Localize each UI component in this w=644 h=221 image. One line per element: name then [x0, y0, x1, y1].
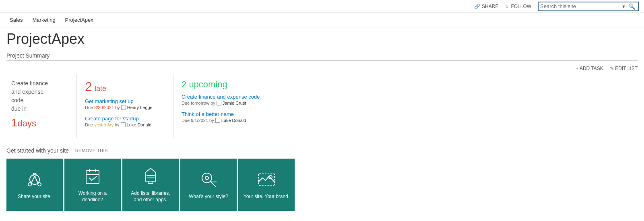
summary-toolbar: + ADD TASK ✎ EDIT LIST	[6, 66, 638, 71]
late-task-1-meta: Due 8/20/2021 by Henry Legge	[85, 105, 165, 110]
project-summary-section: Project Summary + ADD TASK ✎ EDIT LIST C…	[6, 52, 638, 138]
checkbox-icon-3	[217, 101, 221, 105]
late-count: 2	[85, 79, 92, 94]
upcoming-count: 2	[182, 79, 186, 89]
nav-item-projectapex[interactable]: ProjectApex	[60, 13, 98, 27]
search-input[interactable]	[540, 3, 621, 9]
upcoming-task-2-date: 9/1/2021	[191, 118, 208, 123]
nav-bar: Sales Marketing ProjectApex	[0, 13, 644, 27]
late-task-2-person: Luke Donald	[127, 122, 152, 127]
svg-line-5	[35, 176, 38, 183]
left-summary-panel: Create finance and expense code due in 1…	[6, 74, 77, 138]
upcoming-task-1-meta: Due tomorrow by Jamie Crust	[182, 101, 278, 105]
search-go-button[interactable]: 🔍	[627, 3, 637, 10]
late-task-2-meta: Due yesterday by Luke Donald	[85, 122, 165, 127]
days-label: days	[18, 118, 36, 128]
share-icon: 🔗	[474, 4, 480, 9]
share-button[interactable]: 🔗 SHARE	[474, 4, 498, 9]
svg-rect-6	[86, 171, 99, 184]
svg-marker-10	[146, 168, 155, 181]
late-task-1-person: Henry Legge	[127, 105, 153, 110]
late-tasks-panel: 2 late Get marketing set up Due 8/20/202…	[77, 74, 173, 138]
upcoming-task-1-person: Jamie Crust	[223, 101, 246, 105]
tile-deadline[interactable]: Working on a deadline?	[64, 159, 121, 211]
share-label: SHARE	[482, 4, 498, 9]
late-task-2: Create page for startup Due yesterday by…	[85, 116, 165, 127]
tile-share-label: Share your site.	[18, 194, 52, 200]
tile-apps[interactable]: Add lists, libraries, and other apps.	[122, 159, 179, 211]
share-icon	[25, 170, 44, 190]
late-task-1: Get marketing set up Due 8/20/2021 by He…	[85, 98, 165, 110]
tile-share[interactable]: Share your site.	[6, 159, 63, 211]
days-count-display: 1days	[11, 116, 72, 129]
search-box: ▼ 🔍	[538, 2, 639, 11]
summary-panels: Create finance and expense code due in 1…	[6, 74, 638, 138]
follow-label: FOLLOW	[511, 4, 531, 9]
upcoming-task-2-title[interactable]: Think of a better name	[182, 111, 278, 117]
svg-point-3	[38, 183, 41, 186]
main-content: Project Summary + ADD TASK ✎ EDIT LIST C…	[0, 52, 644, 211]
search-dropdown-button[interactable]: ▼	[621, 4, 627, 9]
days-number: 1	[11, 116, 18, 129]
checkbox-icon-4	[215, 118, 220, 123]
top-bar: 🔗 SHARE ☆ FOLLOW ▼ 🔍	[0, 0, 644, 13]
left-panel-text: Create finance and expense code due in	[11, 79, 72, 113]
upcoming-task-2-meta: Due 9/1/2021 by Luke Donald	[182, 118, 278, 123]
late-task-2-title[interactable]: Create page for startup	[85, 116, 165, 122]
remove-this-button[interactable]: REMOVE THIS	[75, 148, 108, 153]
get-started-section: Get started with your site REMOVE THIS S…	[6, 147, 638, 211]
upcoming-task-1: Create finance and expense code Due tomo…	[182, 94, 278, 105]
get-started-title: Get started with your site	[6, 147, 69, 154]
upcoming-tasks-panel: 2 upcoming Create finance and expense co…	[173, 74, 286, 138]
follow-button[interactable]: ☆ FOLLOW	[505, 4, 531, 9]
tile-deadline-label: Working on a deadline?	[69, 190, 116, 203]
svg-point-15	[205, 176, 208, 180]
upcoming-task-1-title[interactable]: Create finance and expense code	[182, 94, 278, 100]
follow-icon: ☆	[505, 4, 509, 9]
apps-icon	[141, 167, 160, 187]
deadline-icon	[83, 167, 102, 187]
checkbox-icon-2	[121, 122, 126, 127]
late-task-2-date: yesterday	[94, 122, 114, 127]
upcoming-task-2: Think of a better name Due 9/1/2021 by L…	[182, 111, 278, 123]
tile-style[interactable]: What's your style?	[180, 159, 237, 211]
late-label: late	[95, 85, 106, 93]
late-task-1-date: 8/20/2021	[94, 105, 114, 110]
tile-brand[interactable]: Your site. Your brand.	[238, 159, 295, 211]
svg-rect-11	[148, 181, 153, 184]
tile-brand-label: Your site. Your brand.	[244, 194, 289, 200]
upcoming-task-2-person: Luke Donald	[221, 118, 246, 123]
upcoming-panel-header: 2 upcoming	[182, 79, 278, 90]
tiles-row: Share your site. Working on a deadline?	[6, 159, 638, 211]
edit-list-button[interactable]: ✎ EDIT LIST	[610, 66, 638, 71]
tile-style-label: What's your style?	[189, 194, 228, 200]
nav-item-sales[interactable]: Sales	[5, 13, 28, 27]
late-panel-header: 2 late	[85, 79, 165, 94]
style-icon	[199, 170, 218, 190]
late-task-1-title[interactable]: Get marketing set up	[85, 98, 165, 104]
add-task-button[interactable]: + ADD TASK	[576, 66, 603, 71]
svg-point-2	[28, 183, 31, 186]
nav-item-marketing[interactable]: Marketing	[28, 13, 60, 27]
upcoming-label: upcoming	[189, 79, 227, 89]
brand-icon	[257, 170, 276, 190]
page-title: ProjectApex	[0, 27, 644, 52]
checkbox-icon-1	[121, 105, 126, 110]
svg-line-4	[31, 176, 35, 183]
tile-apps-label: Add lists, libraries, and other apps.	[127, 190, 174, 203]
project-summary-title: Project Summary	[6, 52, 638, 61]
get-started-header: Get started with your site REMOVE THIS	[6, 147, 638, 154]
top-bar-actions: 🔗 SHARE ☆ FOLLOW ▼ 🔍	[474, 2, 639, 11]
